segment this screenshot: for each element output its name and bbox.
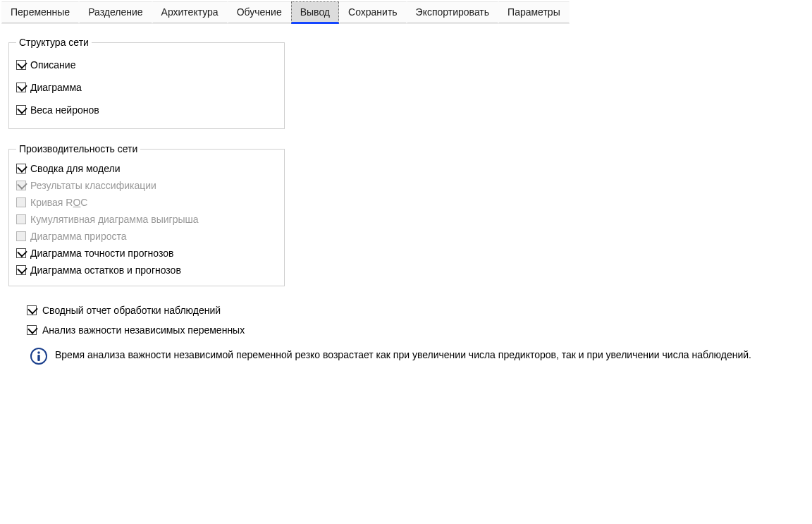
option-row-predacc: Диаграмма точности прогнозов: [16, 245, 277, 262]
checkbox-residplot[interactable]: [16, 265, 26, 275]
tab-bar: ПеременныеРазделениеАрхитектураОбучениеВ…: [0, 0, 812, 24]
checkbox-modelsum[interactable]: [16, 164, 26, 173]
option-row-roc: Кривая ROC: [16, 194, 277, 211]
checkbox-lift: [16, 231, 26, 241]
checkbox-desc[interactable]: [16, 60, 26, 70]
label-roc: Кривая ROC: [30, 197, 87, 208]
option-row-varimp: Анализ важности независимых переменных: [8, 320, 804, 340]
tab-6[interactable]: Экспортировать: [407, 1, 498, 24]
option-row-modelsum: Сводка для модели: [16, 160, 277, 177]
option-row-desc: Описание: [16, 54, 277, 76]
option-row-lift: Диаграмма прироста: [16, 228, 277, 245]
checkbox-classres: [16, 181, 26, 190]
option-row-caseproc: Сводный отчет обработки наблюдений: [8, 300, 804, 320]
group-legend-performance: Производительность сети: [16, 143, 140, 154]
option-row-classres: Результаты классификации: [16, 177, 277, 194]
option-row-cumgain: Кумулятивная диаграмма выигрыша: [16, 211, 277, 228]
label-varimp[interactable]: Анализ важности независимых переменных: [42, 324, 245, 336]
output-tab-content: Структура сети ОписаниеДиаграммаВеса ней…: [0, 24, 812, 378]
tab-5[interactable]: Сохранить: [339, 1, 407, 24]
tab-7[interactable]: Параметры: [498, 1, 570, 24]
group-network-performance: Производительность сети Сводка для модел…: [8, 143, 285, 286]
option-row-weights: Веса нейронов: [16, 99, 277, 121]
label-predacc[interactable]: Диаграмма точности прогнозов: [30, 248, 173, 259]
info-icon: [30, 347, 48, 365]
checkbox-roc: [16, 197, 26, 207]
svg-rect-2: [37, 355, 39, 361]
tab-1[interactable]: Разделение: [79, 1, 152, 24]
label-classres: Результаты классификации: [30, 180, 156, 191]
label-lift: Диаграмма прироста: [30, 231, 127, 242]
info-note-row: Время анализа важности независимой перем…: [8, 340, 804, 365]
checkbox-cumgain: [16, 214, 26, 224]
label-caseproc[interactable]: Сводный отчет обработки наблюдений: [42, 305, 221, 316]
svg-point-1: [37, 351, 40, 354]
tab-3[interactable]: Обучение: [228, 1, 291, 24]
tab-0[interactable]: Переменные: [1, 1, 79, 24]
checkbox-varimp[interactable]: [27, 325, 37, 335]
group-legend-structure: Структура сети: [16, 37, 92, 48]
tab-4[interactable]: Вывод: [291, 1, 339, 24]
option-row-diagram: Диаграмма: [16, 76, 277, 99]
option-row-residplot: Диаграмма остатков и прогнозов: [16, 262, 277, 279]
label-diagram[interactable]: Диаграмма: [30, 82, 82, 93]
label-desc[interactable]: Описание: [30, 59, 75, 71]
checkbox-diagram[interactable]: [16, 83, 26, 92]
checkbox-predacc[interactable]: [16, 248, 26, 258]
label-residplot[interactable]: Диаграмма остатков и прогнозов: [30, 264, 181, 276]
info-note-text: Время анализа важности независимой перем…: [55, 347, 751, 362]
tab-2[interactable]: Архитектура: [152, 1, 228, 24]
checkbox-caseproc[interactable]: [27, 305, 37, 315]
label-weights[interactable]: Веса нейронов: [30, 104, 99, 116]
label-modelsum[interactable]: Сводка для модели: [30, 163, 121, 174]
label-cumgain: Кумулятивная диаграмма выигрыша: [30, 214, 199, 225]
checkbox-weights[interactable]: [16, 105, 26, 115]
group-network-structure: Структура сети ОписаниеДиаграммаВеса ней…: [8, 37, 285, 129]
